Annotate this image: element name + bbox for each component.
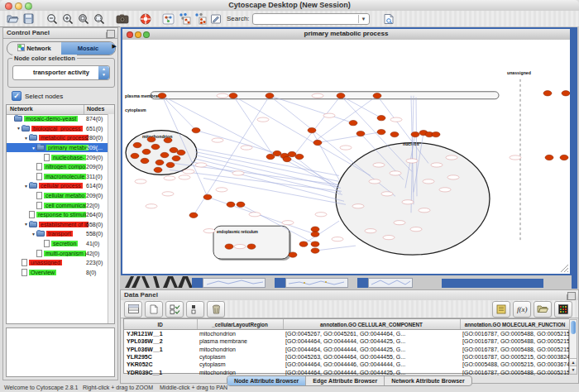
- table-row[interactable]: YJR121W__1mitochondrion[GO:0045267, GO:0…: [124, 330, 570, 338]
- table-row[interactable]: YPL036W__2plasma membrane[GO:0044464, GO…: [124, 337, 570, 345]
- background-window-titlebar[interactable]: [357, 278, 368, 288]
- zoom-fit-button[interactable]: [75, 12, 91, 26]
- network-node[interactable]: [237, 202, 245, 207]
- network-node[interactable]: [562, 91, 570, 96]
- formula-builder-button[interactable]: f(x): [513, 301, 531, 318]
- network-node[interactable]: [203, 194, 212, 199]
- table-row[interactable]: YLR295Ccytoplasm[GO:0045263, GO:0044464,…: [124, 353, 570, 361]
- table-row[interactable]: YKR052Ccytoplasm[GO:0044464, GO:0044446,…: [124, 361, 570, 368]
- network-view-window[interactable]: primary metabolic process plasma membran…: [121, 27, 572, 275]
- tree-row[interactable]: ▼establishment of lo558(0): [7, 220, 108, 230]
- close-icon[interactable]: [127, 31, 133, 38]
- network-node[interactable]: [131, 153, 139, 158]
- table-header-row[interactable]: ID _cellularLayoutRegion annotation.GO C…: [124, 319, 570, 330]
- birds-eye-view[interactable]: [6, 327, 115, 377]
- background-window-titlebar[interactable]: [442, 279, 543, 288]
- create-network-from-selection-button[interactable]: [176, 12, 192, 26]
- network-node[interactable]: [229, 93, 237, 98]
- scroll-down-arrow[interactable]: ▼: [570, 366, 577, 374]
- network-node[interactable]: [311, 227, 319, 232]
- tree-row[interactable]: mosaic-demo-yeast874(0): [7, 114, 108, 124]
- network-canvas[interactable]: plasma membrane cytoplasm mitochondrion …: [122, 40, 570, 274]
- tree-row[interactable]: Overview8(0): [7, 268, 108, 278]
- tree-row[interactable]: unassigned223(0): [7, 258, 108, 268]
- network-node[interactable]: [247, 244, 256, 249]
- background-window-fragment[interactable]: [285, 278, 348, 288]
- network-node[interactable]: [266, 93, 274, 98]
- network-node[interactable]: [313, 140, 322, 145]
- network-node[interactable]: [545, 155, 553, 160]
- network-node[interactable]: [311, 248, 319, 253]
- attribute-table[interactable]: ID _cellularLayoutRegion annotation.GO C…: [123, 318, 569, 374]
- tree-row[interactable]: ▼transport558(0): [7, 229, 108, 239]
- maximize-icon[interactable]: [143, 31, 150, 38]
- tree-row[interactable]: response to stimulu264(0): [7, 210, 108, 220]
- network-node[interactable]: [189, 213, 198, 218]
- network-node[interactable]: [142, 149, 151, 154]
- delete-attribute-button[interactable]: [207, 301, 225, 318]
- tree-row[interactable]: ▼metabolic process280(0): [7, 133, 108, 143]
- tree-row[interactable]: ▼cellular process614(0): [7, 181, 108, 191]
- background-window-titlebar[interactable]: [275, 278, 285, 288]
- network-node[interactable]: [377, 115, 385, 120]
- network-node[interactable]: [311, 232, 319, 237]
- network-node[interactable]: [373, 93, 381, 98]
- float-panel-icon[interactable]: [567, 292, 576, 300]
- col-cellular-layout-region[interactable]: _cellularLayoutRegion: [197, 319, 283, 330]
- tree-expand-arrow[interactable]: ▼: [23, 184, 29, 189]
- network-node[interactable]: [266, 154, 275, 159]
- network-node[interactable]: [288, 151, 296, 156]
- select-attributes-button[interactable]: [165, 301, 184, 318]
- network-node[interactable]: [349, 120, 357, 125]
- network-node[interactable]: [295, 154, 304, 159]
- help-button[interactable]: [137, 12, 153, 26]
- background-window-fragment[interactable]: [203, 278, 266, 288]
- network-node[interactable]: [133, 142, 141, 147]
- network-node[interactable]: [337, 93, 345, 98]
- select-nodes-checkbox[interactable]: ✓: [12, 91, 22, 101]
- network-node[interactable]: [170, 147, 178, 152]
- network-node[interactable]: [166, 162, 175, 167]
- col-id[interactable]: ID: [124, 319, 197, 330]
- table-scrollbar-thumb[interactable]: [571, 321, 576, 334]
- network-node[interactable]: [432, 131, 440, 136]
- create-network-from-selection-edges-button[interactable]: [192, 12, 208, 26]
- network-node[interactable]: [156, 160, 164, 165]
- network-node[interactable]: [356, 131, 365, 136]
- network-node[interactable]: [411, 131, 419, 136]
- network-node[interactable]: [158, 93, 166, 98]
- search-dropdown-arrow[interactable]: ▼: [358, 15, 369, 23]
- float-panel-icon[interactable]: [107, 30, 115, 38]
- network-node[interactable]: [377, 129, 385, 134]
- tree-expand-arrow[interactable]: ▼: [16, 126, 22, 131]
- background-window-fragment[interactable]: [368, 278, 413, 288]
- network-node[interactable]: [299, 241, 308, 246]
- tree-row[interactable]: ▼biological_process651(0): [7, 124, 108, 134]
- node-color-select[interactable]: transporter activity ▲▼: [12, 65, 110, 80]
- open-attributes-button[interactable]: [534, 301, 552, 318]
- network-node[interactable]: [390, 131, 399, 136]
- tree-scrollbar[interactable]: [108, 114, 114, 323]
- zoom-button[interactable]: [25, 2, 32, 10]
- tree-expand-arrow[interactable]: ▼: [31, 146, 36, 151]
- refresh-search-index-button[interactable]: [381, 12, 397, 26]
- new-attribute-button[interactable]: [145, 301, 163, 318]
- network-node[interactable]: [308, 127, 316, 132]
- window-resize-grip[interactable]: [561, 265, 568, 272]
- tree-expand-arrow[interactable]: ▼: [23, 222, 29, 227]
- minimize-icon[interactable]: [135, 31, 141, 38]
- annotation-button[interactable]: [208, 12, 223, 26]
- zoom-out-button[interactable]: [44, 12, 60, 26]
- network-node[interactable]: [543, 91, 552, 96]
- network-node[interactable]: [151, 144, 160, 149]
- zoom-in-button[interactable]: [60, 12, 75, 26]
- search-input[interactable]: ▼: [252, 13, 370, 25]
- network-node[interactable]: [283, 156, 291, 161]
- tree-row[interactable]: multi-organism pro42(0): [7, 248, 108, 258]
- network-panel-button[interactable]: [160, 12, 176, 26]
- open-button[interactable]: [5, 12, 21, 26]
- tree-row[interactable]: secretion41(0): [7, 239, 108, 249]
- network-node[interactable]: [154, 167, 162, 172]
- tree-row[interactable]: nitrogen compo209(0): [7, 162, 108, 172]
- save-button[interactable]: [21, 12, 36, 26]
